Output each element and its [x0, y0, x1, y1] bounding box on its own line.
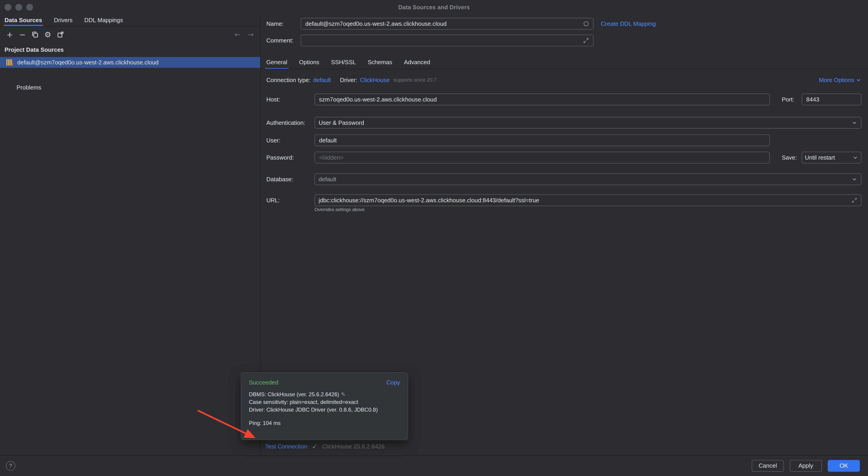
- authentication-row: Authentication: User & Password: [261, 117, 868, 129]
- tab-ddl-mappings[interactable]: DDL Mappings: [84, 14, 123, 26]
- tab-options-label: Options: [299, 59, 319, 66]
- tab-schemas[interactable]: Schemas: [368, 55, 392, 69]
- project-data-sources-title: Project Data Sources: [4, 46, 64, 53]
- driver-label: Driver:: [340, 77, 357, 83]
- window-minimize-button[interactable]: [16, 4, 22, 11]
- database-combobox[interactable]: default: [314, 173, 862, 185]
- window-controls: [4, 0, 33, 14]
- problems-section[interactable]: Problems: [17, 84, 41, 91]
- chevron-down-icon: [852, 155, 858, 161]
- settings-tabs: General Options SSH/SSL Schemas Advanced: [266, 55, 430, 69]
- connection-status-text: ClickHouse 25.6.2.6426: [322, 443, 385, 450]
- user-row: User:: [261, 134, 868, 146]
- dbms-line: DBMS: ClickHouse (ver. 25.6.2.6426)✎: [249, 390, 400, 398]
- gear-icon[interactable]: ⚙: [42, 29, 53, 40]
- tab-advanced-label: Advanced: [404, 59, 430, 66]
- test-connection-row: Test Connection ✓ ClickHouse 25.6.2.6426: [265, 441, 385, 452]
- remove-data-source-icon[interactable]: −: [17, 29, 28, 40]
- popup-details: DBMS: ClickHouse (ver. 25.6.2.6426)✎ Cas…: [249, 390, 400, 414]
- test-connection-link[interactable]: Test Connection: [265, 443, 307, 450]
- sidebar: Data Sources Drivers DDL Mappings + − ⚙: [0, 14, 260, 455]
- tab-ddl-mappings-label: DDL Mappings: [84, 17, 123, 24]
- name-label: Name:: [266, 20, 284, 27]
- ping-line: Ping: 104 ms: [249, 420, 400, 426]
- window-close-button[interactable]: [4, 4, 11, 11]
- case-sensitivity-line: Case sensitivity: plain=exact, delimited…: [249, 398, 400, 406]
- tab-data-sources[interactable]: Data Sources: [4, 14, 42, 26]
- forward-icon[interactable]: →: [245, 29, 256, 40]
- connection-type-value-link[interactable]: default: [313, 77, 331, 83]
- help-icon[interactable]: ?: [6, 461, 16, 471]
- tab-general[interactable]: General: [266, 55, 287, 69]
- tab-drivers[interactable]: Drivers: [54, 14, 72, 26]
- name-row: Name: Create DDL Mapping: [261, 18, 868, 30]
- duplicate-icon[interactable]: [29, 29, 41, 40]
- open-in-new-icon[interactable]: [55, 29, 66, 40]
- url-row: URL: jdbc:clickhouse://szm7oqed0o.us-wes…: [261, 194, 868, 206]
- tab-schemas-label: Schemas: [368, 59, 392, 66]
- success-check-icon: ✓: [312, 443, 317, 450]
- user-label: User:: [266, 137, 280, 144]
- save-label: Save:: [782, 154, 797, 161]
- comment-input[interactable]: [301, 35, 593, 46]
- authentication-value: User & Password: [319, 120, 849, 126]
- dbms-line-text: DBMS: ClickHouse (ver. 25.6.2.6426): [249, 391, 339, 397]
- tab-ssh-ssl-label: SSH/SSL: [331, 59, 356, 66]
- clickhouse-icon: [6, 59, 13, 66]
- expand-comment-icon[interactable]: [583, 37, 589, 44]
- authentication-select[interactable]: User & Password: [314, 117, 862, 129]
- connection-result-popup: Succeeded Copy DBMS: ClickHouse (ver. 25…: [241, 372, 408, 440]
- tab-advanced[interactable]: Advanced: [404, 55, 430, 69]
- tab-ssh-ssl[interactable]: SSH/SSL: [331, 55, 356, 69]
- password-save-select[interactable]: Until restart: [802, 152, 862, 163]
- url-value: jdbc:clickhouse://szm7oqed0o.us-west-2.a…: [319, 197, 849, 204]
- window-titlebar: Data Sources and Drivers: [0, 0, 868, 14]
- data-source-list-item[interactable]: default@szm7oqed0o.us-west-2.aws.clickho…: [0, 57, 260, 68]
- history-nav: ← →: [232, 29, 256, 40]
- popup-title: Succeeded: [249, 379, 278, 386]
- chevron-down-icon: [856, 77, 862, 83]
- window-title: Data Sources and Drivers: [0, 4, 868, 11]
- ok-button[interactable]: OK: [828, 460, 860, 472]
- chevron-down-icon: [851, 120, 857, 126]
- more-options-link[interactable]: More Options: [819, 77, 862, 83]
- user-input[interactable]: [314, 134, 770, 146]
- name-input[interactable]: [301, 18, 593, 30]
- connection-type-row: Connection type: default Driver: ClickHo…: [266, 75, 862, 85]
- tab-drivers-label: Drivers: [54, 17, 72, 24]
- back-icon[interactable]: ←: [232, 29, 243, 40]
- driver-line: Driver: ClickHouse JDBC Driver (ver. 0.8…: [249, 406, 400, 414]
- host-input[interactable]: [314, 94, 770, 105]
- tabs-separator: [261, 69, 868, 69]
- data-source-list-item-label: default@szm7oqed0o.us-west-2.aws.clickho…: [17, 59, 159, 66]
- url-field[interactable]: jdbc:clickhouse://szm7oqed0o.us-west-2.a…: [314, 194, 862, 206]
- sidebar-tabs: Data Sources Drivers DDL Mappings: [0, 14, 260, 27]
- comment-label: Comment:: [266, 37, 293, 44]
- data-sources-and-drivers-dialog: Data Sources and Drivers Data Sources Dr…: [0, 0, 868, 476]
- window-zoom-button[interactable]: [26, 4, 33, 11]
- sidebar-toolbar: + − ⚙ ← →: [0, 27, 260, 43]
- host-label: Host:: [266, 96, 280, 103]
- driver-value-link[interactable]: ClickHouse: [360, 77, 390, 83]
- apply-button[interactable]: Apply: [790, 460, 822, 472]
- port-input[interactable]: [802, 94, 862, 105]
- footer-buttons: Cancel Apply OK: [752, 460, 860, 472]
- password-input[interactable]: [314, 152, 770, 163]
- status-circle-icon: [583, 21, 589, 27]
- database-value: default: [319, 176, 849, 183]
- authentication-label: Authentication:: [266, 120, 305, 126]
- password-save-value: Until restart: [805, 154, 850, 161]
- tab-general-label: General: [266, 59, 287, 66]
- edit-pencil-icon[interactable]: ✎: [341, 391, 345, 398]
- expand-url-icon[interactable]: [851, 197, 857, 203]
- cancel-button[interactable]: Cancel: [752, 460, 784, 472]
- create-ddl-mapping-link[interactable]: Create DDL Mapping: [601, 20, 656, 27]
- copy-link[interactable]: Copy: [386, 379, 400, 386]
- port-label: Port:: [782, 96, 794, 103]
- url-overrides-note: Overrides settings above: [314, 207, 365, 212]
- add-data-source-icon[interactable]: +: [4, 29, 16, 40]
- tab-options[interactable]: Options: [299, 55, 319, 69]
- chevron-down-icon: [851, 176, 857, 182]
- database-row: Database: default: [261, 173, 868, 185]
- comment-row: Comment:: [261, 35, 868, 46]
